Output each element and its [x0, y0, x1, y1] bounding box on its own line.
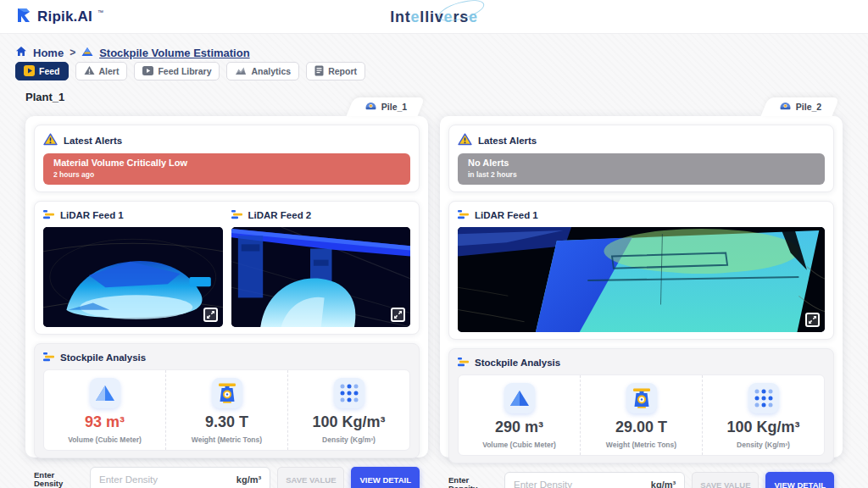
- alert-triangle-icon: [84, 65, 95, 77]
- lidar-feed-1-title: LiDAR Feed 1: [475, 210, 538, 220]
- warning-triangle-icon: [43, 133, 58, 147]
- density-value: 100 Kg/m³: [312, 413, 385, 431]
- view-detail-button[interactable]: VIEW DETAIL: [765, 472, 834, 488]
- density-label: Density (Kg/m³): [737, 441, 790, 449]
- density-label: Density (Kg/m³): [322, 435, 376, 444]
- alert-banner-critical: Material Volume Critically Low 2 hours a…: [43, 153, 410, 185]
- camera-icon: [779, 101, 792, 113]
- lidar-feed-1-image: [43, 227, 223, 327]
- weight-value: 29.00 T: [615, 419, 667, 436]
- warning-triangle-icon: [458, 133, 472, 147]
- tab-report[interactable]: Report: [306, 62, 365, 80]
- density-dots-icon: [334, 378, 364, 408]
- pyramid-icon: [90, 378, 120, 408]
- weight-label: Weight (Metric Tons): [606, 441, 676, 449]
- pile-2-tab[interactable]: Pile_2: [765, 97, 836, 116]
- expand-icon[interactable]: [203, 308, 218, 322]
- tab-feed-library[interactable]: Feed Library: [134, 62, 220, 80]
- breadcrumb-separator: >: [70, 47, 75, 58]
- volume-value: 93 m³: [85, 413, 125, 431]
- metric-weight: 29.00 T Weight (Metric Tons): [580, 375, 702, 455]
- alert-banner-title: No Alerts: [468, 158, 815, 168]
- density-dots-icon: [748, 383, 779, 413]
- ripik-logo-icon: [15, 7, 32, 27]
- brand-trademark: ™: [97, 9, 103, 15]
- stockpile-icon: [81, 47, 93, 59]
- feed-bars-icon: [458, 209, 469, 221]
- density-input[interactable]: [99, 474, 236, 485]
- analysis-bars-icon: [43, 352, 54, 363]
- feed-bars-icon: [43, 209, 54, 221]
- pyramid-icon: [504, 383, 535, 413]
- ripik-logo[interactable]: Ripik.AI ™: [15, 7, 103, 27]
- tab-analytics[interactable]: Analytics: [226, 62, 299, 80]
- save-value-button[interactable]: SAVE VALUE: [277, 467, 344, 488]
- breadcrumb-current-page[interactable]: Stockpile Volume Estimation: [99, 47, 249, 59]
- lidar-feed-1: LiDAR Feed 1: [43, 207, 223, 327]
- metric-volume: 290 m³ Volume (Cubic Meter): [459, 375, 580, 455]
- report-document-icon: [314, 65, 324, 78]
- analysis-title: Stockpile Analysis: [475, 358, 560, 368]
- tab-feed-library-label: Feed Library: [158, 66, 211, 76]
- volume-label: Volume (Cubic Meter): [68, 435, 142, 444]
- alert-banner-subtitle: 2 hours ago: [53, 170, 400, 179]
- tab-alert[interactable]: Alert: [75, 62, 128, 80]
- plant-title: Plant_1: [25, 91, 64, 103]
- lidar-feeds-card: LiDAR Feed 1: [34, 201, 420, 335]
- scale-icon: [212, 378, 242, 408]
- lidar-feed-1-image: [458, 227, 825, 332]
- metric-weight: 9.30 T Weight (Metric Tons): [165, 370, 287, 450]
- metric-volume: 93 m³ Volume (Cubic Meter): [44, 370, 165, 450]
- stockpile-analysis-card: Stockpile Analysis 93 m³ Volume (Cubic M…: [34, 343, 420, 458]
- metric-density: 100 Kg/m³ Density (Kg/m³): [287, 370, 409, 450]
- pile-1-panel: Pile_1 Latest Alerts Material Volume Cri…: [25, 116, 428, 458]
- density-form-label: Enter Density: [34, 471, 83, 488]
- breadcrumb: Home > Stockpile Volume Estimation: [15, 46, 250, 59]
- intelliverse-logo-text: Intelliverse: [390, 8, 478, 25]
- expand-icon[interactable]: [805, 313, 820, 327]
- top-header: Ripik.AI ™ Intelliverse: [0, 0, 868, 34]
- save-value-button[interactable]: SAVE VALUE: [692, 472, 759, 488]
- lidar-feed-2: LiDAR Feed 2: [231, 207, 411, 327]
- scale-icon: [626, 383, 657, 413]
- home-icon: [15, 46, 27, 59]
- pile-2-panel: Pile_2 Latest Alerts No Alerts in last 2…: [440, 116, 843, 458]
- alert-banner-none: No Alerts in last 2 hours: [458, 153, 825, 185]
- tab-feed[interactable]: Feed: [15, 62, 69, 80]
- lidar-feed-2-image: [231, 227, 411, 327]
- alert-banner-title: Material Volume Critically Low: [53, 158, 400, 168]
- pile-1-tab[interactable]: Pile_1: [350, 97, 421, 116]
- lidar-feed-1: LiDAR Feed 1: [458, 207, 825, 332]
- tab-analytics-label: Analytics: [251, 66, 291, 76]
- brand-name: Ripik.AI: [37, 8, 92, 25]
- camera-icon: [364, 101, 377, 113]
- density-value: 100 Kg/m³: [726, 419, 799, 436]
- lidar-feed-2-title: LiDAR Feed 2: [248, 210, 312, 220]
- feed-library-icon: [142, 65, 153, 78]
- alerts-card-title: Latest Alerts: [64, 136, 122, 146]
- density-input-wrap: kg/m³: [90, 467, 270, 488]
- stockpile-analysis-card: Stockpile Analysis 290 m³ Volume (Cubic …: [448, 348, 834, 463]
- volume-label: Volume (Cubic Meter): [482, 441, 556, 449]
- tab-bar: Feed Alert Feed Library Analytics Report: [15, 62, 365, 80]
- feed-bars-icon: [231, 209, 242, 221]
- app-root: Ripik.AI ™ Intelliverse Home > Stockpile…: [0, 0, 868, 488]
- weight-label: Weight (Metric Tons): [192, 435, 262, 444]
- lidar-feed-1-title: LiDAR Feed 1: [60, 210, 124, 220]
- tab-alert-label: Alert: [99, 66, 120, 76]
- analytics-chart-icon: [235, 65, 247, 77]
- tab-feed-label: Feed: [39, 66, 60, 76]
- breadcrumb-home-link[interactable]: Home: [33, 47, 64, 59]
- density-input-wrap: kg/m³: [504, 472, 685, 488]
- view-detail-button[interactable]: VIEW DETAIL: [351, 467, 420, 488]
- latest-alerts-card: Latest Alerts No Alerts in last 2 hours: [448, 125, 834, 192]
- expand-icon[interactable]: [391, 308, 405, 322]
- analysis-title: Stockpile Analysis: [60, 352, 146, 363]
- intelliverse-logo: Intelliverse: [390, 8, 478, 25]
- density-unit: kg/m³: [236, 474, 261, 485]
- density-input[interactable]: [514, 480, 651, 488]
- density-unit: kg/m³: [651, 480, 676, 488]
- play-icon: [24, 65, 35, 78]
- density-form: Enter Density kg/m³ SAVE VALUE VIEW DETA…: [34, 467, 420, 488]
- density-form: Enter Density kg/m³ SAVE VALUE VIEW DETA…: [448, 472, 834, 488]
